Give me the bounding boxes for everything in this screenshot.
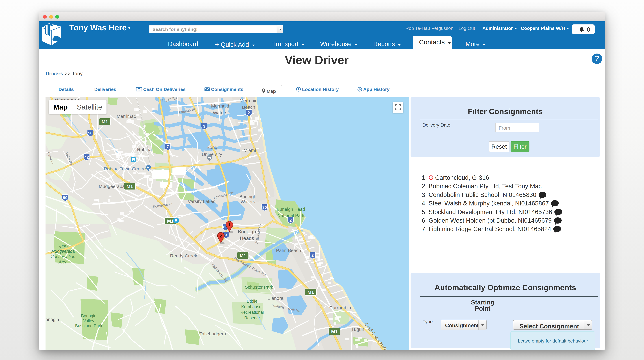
svg-text:M1: M1 bbox=[126, 184, 133, 189]
svg-text:2: 2 bbox=[220, 234, 222, 238]
svg-text:Reserve: Reserve bbox=[244, 316, 260, 320]
svg-text:Beach: Beach bbox=[242, 105, 255, 110]
svg-text:2: 2 bbox=[312, 253, 314, 258]
svg-text:50: 50 bbox=[88, 131, 92, 135]
svg-text:Robina Town Centre: Robina Town Centre bbox=[104, 166, 146, 171]
svg-text:Burleigh: Burleigh bbox=[238, 229, 256, 234]
svg-text:99: 99 bbox=[63, 195, 68, 200]
svg-text:Kornhauser: Kornhauser bbox=[241, 305, 263, 309]
svg-text:Valley: Valley bbox=[83, 319, 94, 323]
svg-text:Upper: Upper bbox=[57, 244, 69, 248]
svg-text:Waters: Waters bbox=[213, 110, 228, 115]
svg-text:2: 2 bbox=[290, 218, 292, 223]
svg-text:Bonogin: Bonogin bbox=[81, 314, 96, 318]
svg-text:M1: M1 bbox=[331, 329, 338, 334]
svg-text:Recreational: Recreational bbox=[240, 310, 264, 315]
svg-text:Varsity Lakes: Varsity Lakes bbox=[188, 199, 215, 204]
svg-text:Elanora: Elanora bbox=[267, 296, 284, 301]
svg-text:M1: M1 bbox=[308, 290, 314, 295]
svg-text:M1: M1 bbox=[102, 119, 108, 124]
svg-text:Mermaid: Mermaid bbox=[211, 103, 229, 108]
svg-text:Burleigh Head: Burleigh Head bbox=[277, 207, 305, 212]
svg-text:Currumbin: Currumbin bbox=[329, 305, 351, 310]
svg-text:M1: M1 bbox=[240, 253, 246, 258]
svg-text:University: University bbox=[202, 152, 222, 157]
svg-text:Bushland Park: Bushland Park bbox=[75, 324, 102, 328]
svg-text:Eddie: Eddie bbox=[246, 299, 257, 304]
svg-text:Conservation: Conservation bbox=[50, 254, 75, 259]
svg-text:Mermaid: Mermaid bbox=[240, 98, 258, 103]
svg-text:1: 1 bbox=[228, 222, 231, 227]
svg-text:3: 3 bbox=[225, 233, 227, 237]
svg-text:Reedy Creek: Reedy Creek bbox=[170, 253, 197, 258]
svg-text:Burleigh: Burleigh bbox=[239, 194, 256, 199]
svg-text:Schuster Park: Schuster Park bbox=[245, 285, 273, 290]
svg-text:Miami: Miami bbox=[244, 148, 256, 153]
svg-text:7: 7 bbox=[166, 144, 169, 149]
svg-text:Palm Beach: Palm Beach bbox=[276, 248, 301, 253]
svg-text:80: 80 bbox=[262, 205, 267, 210]
svg-text:Waters: Waters bbox=[240, 199, 255, 204]
svg-text:Area: Area bbox=[58, 260, 67, 264]
svg-text:National Park: National Park bbox=[278, 213, 304, 218]
svg-text:2: 2 bbox=[248, 110, 250, 115]
svg-text:M1: M1 bbox=[167, 218, 174, 224]
svg-text:Tallebudgera: Tallebudgera bbox=[200, 331, 226, 336]
svg-text:Merrimac: Merrimac bbox=[117, 114, 136, 119]
svg-text:onogin: onogin bbox=[46, 317, 59, 322]
svg-text:Mudgeeraba: Mudgeeraba bbox=[99, 184, 125, 189]
svg-text:Bond: Bond bbox=[206, 145, 217, 150]
svg-text:42: 42 bbox=[84, 155, 89, 159]
svg-text:Tugun: Tugun bbox=[351, 327, 364, 332]
svg-text:Mudgeeraba: Mudgeeraba bbox=[51, 249, 75, 254]
svg-text:1: 1 bbox=[138, 88, 140, 90]
svg-text:Heads: Heads bbox=[240, 236, 254, 241]
svg-text:Robina: Robina bbox=[137, 147, 152, 152]
svg-text:3: 3 bbox=[203, 124, 205, 129]
